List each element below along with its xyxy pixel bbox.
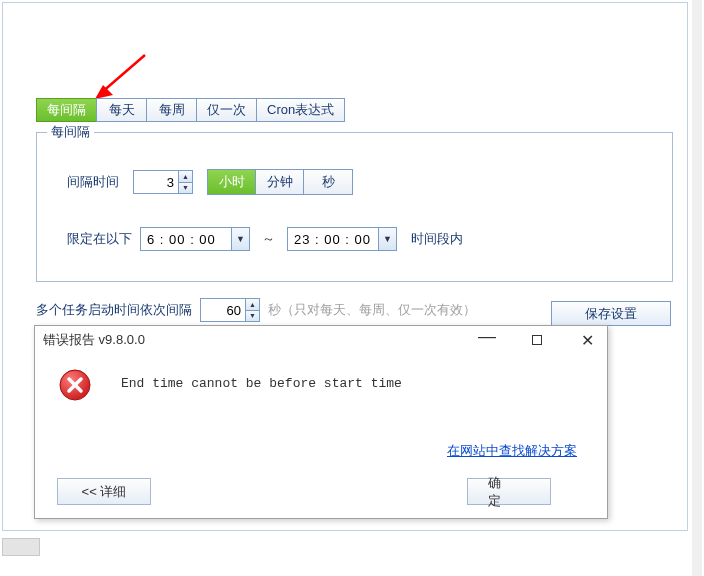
dropdown-icon[interactable]: ▼ <box>378 228 396 250</box>
main-panel: 每间隔 每天 每周 仅一次 Cron表达式 每间隔 间隔时间 ▲ ▼ 小时 分钟… <box>2 2 688 531</box>
end-time-combo[interactable]: ▼ <box>287 227 397 251</box>
start-time-input[interactable] <box>141 228 231 250</box>
dialog-title: 错误报告 v9.8.0.0 — ✕ <box>35 326 607 354</box>
error-message: End time cannot be before start time <box>121 376 402 391</box>
multi-task-suffix: 秒（只对每天、每周、仅一次有效） <box>268 301 476 319</box>
tab-daily[interactable]: 每天 <box>96 98 146 122</box>
start-time-combo[interactable]: ▼ <box>140 227 250 251</box>
dropdown-icon[interactable]: ▼ <box>231 228 249 250</box>
help-link[interactable]: 在网站中查找解决方案 <box>447 442 577 460</box>
interval-spinner[interactable]: ▲ ▼ <box>133 170 193 194</box>
unit-hour-button[interactable]: 小时 <box>208 170 256 194</box>
svg-marker-1 <box>95 85 113 99</box>
dialog-title-text: 错误报告 v9.8.0.0 <box>43 331 145 349</box>
spinner-up-icon[interactable]: ▲ <box>179 171 192 183</box>
minimize-button[interactable]: — <box>473 330 501 350</box>
ok-button[interactable]: 确 定 <box>467 478 551 505</box>
multi-task-input[interactable] <box>201 299 245 321</box>
unit-selector: 小时 分钟 秒 <box>207 169 353 195</box>
minimize-icon: — <box>478 326 496 347</box>
interval-label: 间隔时间 <box>67 173 119 191</box>
interval-fieldset: 每间隔 间隔时间 ▲ ▼ 小时 分钟 秒 限定在以下 ▼ ～ <box>36 132 673 282</box>
save-button[interactable]: 保存设置 <box>551 301 671 326</box>
multi-task-spinner[interactable]: ▲ ▼ <box>200 298 260 322</box>
range-tilde: ～ <box>262 230 275 248</box>
error-icon <box>59 369 91 401</box>
bottom-edge <box>2 538 40 556</box>
maximize-button[interactable] <box>523 330 551 350</box>
multi-task-label: 多个任务启动时间依次间隔 <box>36 301 192 319</box>
tab-cron[interactable]: Cron表达式 <box>256 98 345 122</box>
end-time-input[interactable] <box>288 228 378 250</box>
tab-weekly[interactable]: 每周 <box>146 98 196 122</box>
fieldset-legend: 每间隔 <box>47 123 94 141</box>
tab-interval[interactable]: 每间隔 <box>36 98 96 122</box>
svg-line-0 <box>101 55 145 93</box>
right-edge <box>692 0 702 576</box>
spinner-down-icon[interactable]: ▼ <box>246 311 259 322</box>
spinner-up-icon[interactable]: ▲ <box>246 299 259 311</box>
close-button[interactable]: ✕ <box>573 330 601 350</box>
unit-minute-button[interactable]: 分钟 <box>256 170 304 194</box>
range-suffix-label: 时间段内 <box>411 230 463 248</box>
limit-label: 限定在以下 <box>67 230 132 248</box>
error-dialog: 错误报告 v9.8.0.0 — ✕ End time c <box>34 325 608 519</box>
detail-button[interactable]: << 详细 <box>57 478 151 505</box>
schedule-tabs: 每间隔 每天 每周 仅一次 Cron表达式 <box>36 98 345 122</box>
spinner-down-icon[interactable]: ▼ <box>179 183 192 194</box>
maximize-icon <box>532 335 542 345</box>
close-icon: ✕ <box>581 331 594 350</box>
interval-input[interactable] <box>134 171 178 193</box>
tab-once[interactable]: 仅一次 <box>196 98 256 122</box>
unit-second-button[interactable]: 秒 <box>304 170 352 194</box>
